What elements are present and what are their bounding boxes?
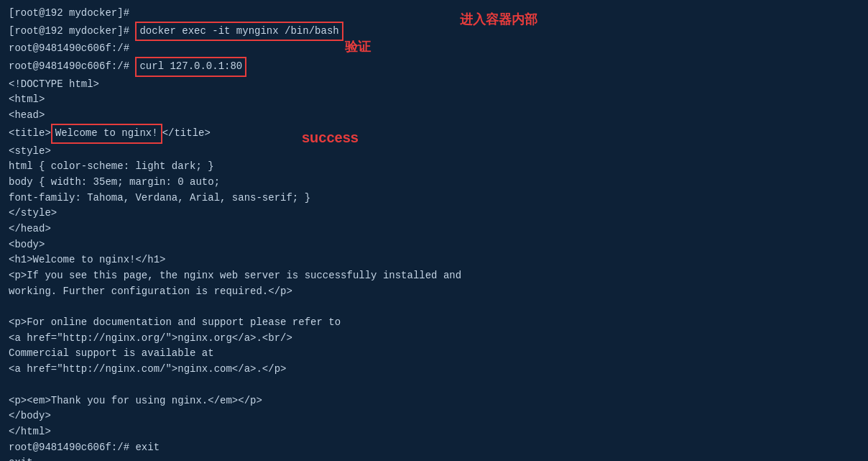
line-style: <style> (9, 144, 51, 160)
line-head-close: </head> (9, 222, 51, 237)
line-exit-cmd: root@9481490c606f:/# exit (9, 440, 160, 456)
terminal: 进入容器内部 验证 success [root@192 mydocker]# [… (0, 0, 868, 461)
terminal-line-4: root@9481490c606f:/# curl 127.0.0.1:80 (9, 57, 859, 77)
terminal-line-17: <p>If you see this page, the nginx web s… (9, 268, 859, 284)
line-body: <body> (9, 237, 45, 253)
terminal-line-25: <p><em>Thank you for using nginx.</em></… (9, 393, 859, 409)
line-a1: <a href="http://nginx.org/">nginx.org</a… (9, 331, 292, 347)
terminal-line-12: font-family: Tahoma, Verdana, Arial, san… (9, 191, 859, 206)
line-title-close: </title> (162, 126, 211, 142)
terminal-line-5: <!DOCTYPE html> (9, 77, 859, 93)
terminal-line-18: working. Further configuration is requir… (9, 284, 859, 300)
terminal-line-27: </html> (9, 424, 859, 440)
line-p1-cont: working. Further configuration is requir… (9, 284, 292, 300)
terminal-line-10: html { color-scheme: light dark; } (9, 159, 859, 175)
nginx-title-text: Welcome to nginx! (51, 124, 162, 144)
annotation-enter-container: 进入容器内部 (460, 10, 537, 30)
line-html-close: </html> (9, 424, 51, 440)
terminal-line-1: [root@192 mydocker]# (9, 6, 859, 22)
terminal-line-13: </style> (9, 206, 859, 222)
terminal-line-28: root@9481490c606f:/# exit (9, 440, 859, 456)
line-a2: <a href="http://nginx.com/">nginx.com</a… (9, 362, 286, 378)
terminal-line-8: <title>Welcome to nginx!</title> (9, 124, 859, 144)
line-style-close: </style> (9, 206, 57, 222)
terminal-line-16: <h1>Welcome to nginx!</h1> (9, 252, 859, 268)
terminal-line-23: <a href="http://nginx.com/">nginx.com</a… (9, 362, 859, 378)
line-body-close: </body> (9, 408, 51, 424)
line-p1: <p>If you see this page, the nginx web s… (9, 268, 461, 284)
terminal-line-20: <p>For online documentation and support … (9, 315, 859, 331)
line-commercial: Commercial support is available at (9, 346, 214, 362)
line-html: <html> (9, 92, 45, 108)
terminal-line-7: <head> (9, 108, 859, 124)
empty-line-2 (9, 378, 859, 393)
line-css-3: font-family: Tahoma, Verdana, Arial, san… (9, 191, 310, 206)
docker-exec-command: docker exec -it mynginx /bin/bash (135, 22, 343, 42)
terminal-line-29: exit (9, 455, 859, 461)
prompt-3: root@9481490c606f:/# (9, 41, 129, 57)
line-exit-output: exit (9, 455, 33, 461)
terminal-line-15: <body> (9, 237, 859, 253)
terminal-line-21: <a href="http://nginx.org/">nginx.org</a… (9, 331, 859, 347)
prompt-4: root@9481490c606f:/# (9, 59, 135, 75)
terminal-line-6: <html> (9, 92, 859, 108)
empty-line-1 (9, 299, 859, 315)
terminal-line-9: <style> (9, 144, 859, 160)
terminal-line-26: </body> (9, 408, 859, 424)
terminal-line-3: root@9481490c606f:/# (9, 41, 859, 57)
line-thankyou: <p><em>Thank you for using nginx.</em></… (9, 393, 262, 409)
line-css-1: html { color-scheme: light dark; } (9, 159, 214, 175)
line-title-open: <title> (9, 126, 51, 142)
terminal-line-22: Commercial support is available at (9, 346, 859, 362)
annotation-verify: 验证 (345, 37, 371, 58)
terminal-line-14: </head> (9, 222, 859, 237)
terminal-line-11: body { width: 35em; margin: 0 auto; (9, 175, 859, 191)
prompt-1: [root@192 mydocker]# (9, 6, 129, 22)
prompt-2: [root@192 mydocker]# (9, 24, 135, 40)
line-css-2: body { width: 35em; margin: 0 auto; (9, 175, 220, 191)
terminal-line-2: [root@192 mydocker]# docker exec -it myn… (9, 22, 859, 42)
annotation-success: success (302, 127, 359, 149)
line-head: <head> (9, 108, 45, 124)
line-p2: <p>For online documentation and support … (9, 315, 341, 331)
line-h1: <h1>Welcome to nginx!</h1> (9, 252, 165, 268)
line-doctype: <!DOCTYPE html> (9, 77, 99, 93)
curl-command: curl 127.0.0.1:80 (135, 57, 246, 77)
